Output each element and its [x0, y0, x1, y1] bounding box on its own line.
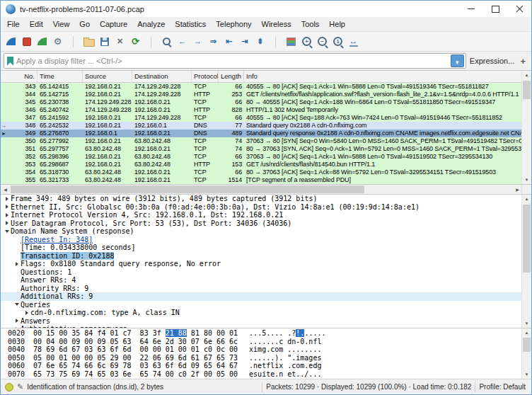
- minimize-button[interactable]: [459, 1, 483, 17]
- column-header-protocol[interactable]: Protocol: [192, 71, 219, 82]
- menu-go[interactable]: Go: [74, 17, 95, 31]
- scroll-down-icon[interactable]: [522, 370, 531, 379]
- scroll-left-icon[interactable]: [1, 185, 10, 194]
- packet-row[interactable]: 345 65.230738 174.129.249.228 192.168.0.…: [1, 98, 524, 106]
- packet-row[interactable]: 353 65.298687 192.168.0.21 63.80.242.48 …: [1, 161, 524, 168]
- capture-comment-icon[interactable]: [17, 382, 23, 391]
- go-back-button[interactable]: ←: [175, 34, 190, 50]
- menu-edit[interactable]: Edit: [25, 17, 48, 31]
- restart-capture-button[interactable]: [35, 34, 50, 50]
- filter-add-button[interactable]: +: [519, 56, 528, 67]
- scroll-up-icon[interactable]: [522, 328, 531, 337]
- expander-icon[interactable]: [3, 197, 11, 201]
- close-file-button[interactable]: ✕: [112, 34, 127, 50]
- go-first-packet-button[interactable]: ⇤: [221, 34, 236, 50]
- scroll-down-icon[interactable]: [522, 176, 531, 184]
- column-header-time[interactable]: Time: [37, 71, 83, 82]
- detail-row[interactable]: Queries: [1, 301, 524, 309]
- detail-row[interactable]: Internet Protocol Version 4, Src: 192.16…: [1, 211, 524, 219]
- hex-row[interactable]: 0030 00 04 00 09 00 09 05 63 64 6e 2d 30…: [1, 338, 524, 346]
- scroll-down-icon[interactable]: [522, 319, 531, 328]
- column-header-info[interactable]: Info: [244, 71, 524, 82]
- detail-row[interactable]: Flags: 0x8180 Standard query response, N…: [1, 260, 524, 268]
- scrollbar-thumb[interactable]: [11, 185, 364, 193]
- detail-row[interactable]: Authoritative nameservers: [1, 325, 524, 328]
- packet-row[interactable]: 344 65.142715 192.168.0.21 174.129.249.2…: [1, 91, 524, 98]
- column-header-source[interactable]: Source: [83, 71, 132, 82]
- go-to-packet-button[interactable]: ⇒: [206, 34, 221, 50]
- detail-row[interactable]: Frame 349: 489 bytes on wire (3912 bits)…: [1, 195, 524, 203]
- zoom-out-button[interactable]: −: [315, 34, 330, 50]
- packet-row[interactable]: 351 65.297757 63.80.242.48 192.168.0.21 …: [1, 145, 524, 153]
- display-filter-input[interactable]: [16, 57, 451, 65]
- detail-row[interactable]: User Datagram Protocol, Src Port: 53 (53…: [1, 219, 524, 228]
- menu-statistics[interactable]: Statistics: [170, 17, 211, 31]
- menu-tools[interactable]: Tools: [296, 17, 325, 31]
- start-capture-button[interactable]: [4, 34, 18, 50]
- packet-row[interactable]: →348 65.242532 192.168.0.21 192.168.0.1 …: [1, 122, 524, 130]
- menu-help[interactable]: Help: [324, 17, 350, 31]
- open-file-button[interactable]: [81, 34, 96, 50]
- detail-row[interactable]: cdn-0.nflximg.com: type A, class IN: [1, 309, 524, 317]
- detail-row[interactable]: Ethernet II, Src: Globalsc_00:3b:0a (f0:…: [1, 203, 524, 212]
- scrollbar-thumb[interactable]: [523, 205, 531, 273]
- detail-row[interactable]: Answers: [1, 317, 524, 326]
- scrollbar-thumb[interactable]: [523, 338, 531, 352]
- detail-row[interactable]: Domain Name System (response): [1, 227, 524, 236]
- maximize-button[interactable]: [483, 1, 507, 17]
- scroll-up-icon[interactable]: [522, 195, 531, 203]
- packet-list-vertical-scrollbar[interactable]: [521, 71, 531, 184]
- resize-columns-button[interactable]: ↔: [346, 34, 361, 50]
- menu-wireless[interactable]: Wireless: [257, 17, 296, 31]
- packet-list-horizontal-scrollbar[interactable]: [1, 185, 531, 195]
- menu-analyze[interactable]: Analyze: [132, 17, 170, 31]
- save-file-button[interactable]: [97, 34, 112, 50]
- expression-button[interactable]: Expression...: [470, 57, 516, 65]
- detail-row[interactable]: Additional RRs: 9: [1, 292, 524, 301]
- column-header-no[interactable]: No.: [1, 71, 37, 82]
- scrollbar-thumb[interactable]: [523, 81, 531, 99]
- detail-row[interactable]: Authority RRs: 9: [1, 285, 524, 293]
- packet-row[interactable]: 352 65.298396 192.168.0.21 63.80.242.48 …: [1, 153, 524, 161]
- detail-row[interactable]: Answer RRs: 4: [1, 276, 524, 285]
- menu-view[interactable]: View: [48, 17, 75, 31]
- zoom-in-button[interactable]: +: [299, 34, 314, 50]
- menu-capture[interactable]: Capture: [95, 17, 132, 31]
- expert-info-icon[interactable]: [5, 383, 13, 391]
- filter-dropdown-button[interactable]: [451, 55, 464, 67]
- menu-telephony[interactable]: Telephony: [211, 17, 256, 31]
- expander-icon[interactable]: [13, 303, 21, 306]
- expander-icon[interactable]: [23, 311, 30, 315]
- expander-icon[interactable]: [13, 327, 21, 328]
- hex-row[interactable]: 0050 05 00 01 00 00 05 29 00 22 06 69 6d…: [1, 354, 524, 362]
- expander-icon[interactable]: [13, 319, 21, 323]
- packet-row[interactable]: 343 65.142415 192.168.0.21 174.129.249.2…: [1, 83, 524, 91]
- hex-row[interactable]: 0070 65 73 75 69 74 65 03 6e 65 74 00 c0…: [1, 370, 524, 379]
- expander-icon[interactable]: [3, 221, 11, 225]
- packet-row[interactable]: 346 65.240742 174.129.249.228 192.168.0.…: [1, 106, 524, 114]
- packet-row[interactable]: 355 65.321733 63.80.242.48 192.168.0.21 …: [1, 176, 524, 184]
- auto-scroll-button[interactable]: ⇟: [253, 34, 267, 50]
- column-header-length[interactable]: Length: [219, 71, 244, 82]
- detail-row[interactable]: Transaction ID: 0x2188: [1, 252, 524, 261]
- go-last-packet-button[interactable]: ⇥: [237, 34, 252, 50]
- hex-row[interactable]: 0060 07 6e 65 74 66 6c 69 78 03 63 6f 6d…: [1, 362, 524, 370]
- go-forward-button[interactable]: →: [190, 34, 205, 50]
- hex-row[interactable]: 0040 78 69 6d 67 03 63 6f 6d 00 00 01 00…: [1, 345, 524, 354]
- expander-icon[interactable]: [13, 262, 21, 266]
- capture-options-button[interactable]: ⚙: [50, 34, 65, 50]
- colorize-packets-button[interactable]: [284, 34, 299, 50]
- packet-row[interactable]: 354 65.318730 63.80.242.48 192.168.0.21 …: [1, 168, 524, 176]
- reload-file-button[interactable]: ⟳: [128, 34, 143, 50]
- menu-file[interactable]: File: [2, 17, 25, 31]
- details-vertical-scrollbar[interactable]: [521, 195, 531, 328]
- expander-icon[interactable]: [3, 205, 11, 209]
- expander-icon[interactable]: [3, 213, 11, 217]
- packet-row[interactable]: 347 65.241592 192.168.0.21 174.129.249.2…: [1, 114, 524, 122]
- stop-capture-button[interactable]: [19, 34, 34, 50]
- detail-row[interactable]: [Time: 0.034338000 seconds]: [1, 244, 524, 252]
- zoom-100-button[interactable]: 1: [330, 34, 345, 50]
- close-button[interactable]: [507, 1, 531, 17]
- packet-row[interactable]: ►349 65.276870 192.168.0.1 192.168.0.21 …: [1, 130, 524, 137]
- packet-row[interactable]: 350 65.277992 192.168.0.21 63.80.242.48 …: [1, 137, 524, 145]
